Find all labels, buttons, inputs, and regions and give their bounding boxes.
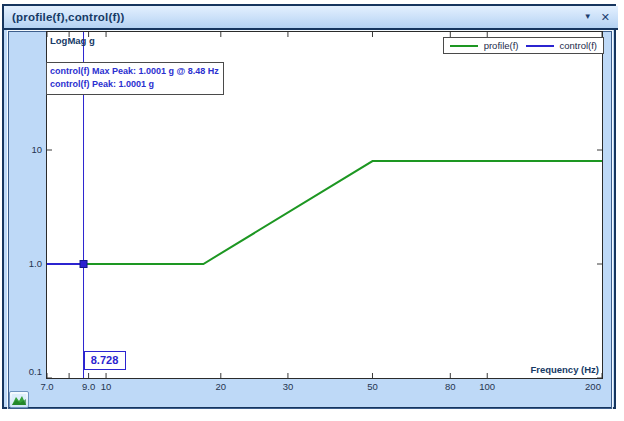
y-tick-label: 10 bbox=[8, 144, 42, 155]
legend-item[interactable]: profile(f) bbox=[450, 40, 519, 51]
window-title: (profile(f),control(f)) bbox=[4, 11, 125, 23]
x-tick-label: 7.0 bbox=[40, 381, 53, 392]
window-titlebar[interactable]: (profile(f),control(f)) ▼ ✕ bbox=[4, 6, 618, 30]
x-tick-label: 100 bbox=[479, 381, 495, 392]
annotation-line-max-peak: control(f) Max Peak: 1.0001 g @ 8.48 Hz bbox=[50, 65, 219, 78]
close-icon[interactable]: ✕ bbox=[601, 12, 610, 23]
x-tick-label: 50 bbox=[367, 381, 378, 392]
chart-thumbnail-button[interactable] bbox=[9, 391, 29, 408]
x-tick-label: 80 bbox=[445, 381, 456, 392]
app-screenshot: (profile(f),control(f)) ▼ ✕ LogMag g con… bbox=[0, 0, 624, 421]
y-axis-title: LogMag g bbox=[50, 35, 95, 46]
area-chart-icon bbox=[12, 394, 26, 405]
cursor-readout[interactable]: 8.728 bbox=[84, 351, 126, 370]
legend: profile(f)control(f) bbox=[443, 37, 604, 54]
annotation-line-peak: control(f) Peak: 1.0001 g bbox=[50, 78, 219, 91]
dropdown-icon[interactable]: ▼ bbox=[584, 13, 592, 21]
peak-annotation-box: control(f) Max Peak: 1.0001 g @ 8.48 Hz … bbox=[46, 62, 224, 95]
titlebar-controls: ▼ ✕ bbox=[584, 6, 610, 28]
legend-line-sample bbox=[526, 45, 554, 47]
legend-label: control(f) bbox=[560, 40, 597, 51]
x-tick-label: 30 bbox=[283, 381, 294, 392]
x-tick-label: 20 bbox=[216, 381, 227, 392]
y-tick-label: 0.1 bbox=[8, 366, 42, 377]
x-axis-title: Frequency (Hz) bbox=[530, 364, 599, 375]
legend-item[interactable]: control(f) bbox=[526, 40, 597, 51]
legend-line-sample bbox=[450, 45, 478, 47]
x-tick-label: 200 bbox=[585, 381, 601, 392]
x-tick-label: 10 bbox=[101, 381, 112, 392]
legend-label: profile(f) bbox=[484, 40, 519, 51]
y-tick-label: 1.0 bbox=[8, 258, 42, 269]
x-tick-label: 9.0 bbox=[82, 381, 95, 392]
